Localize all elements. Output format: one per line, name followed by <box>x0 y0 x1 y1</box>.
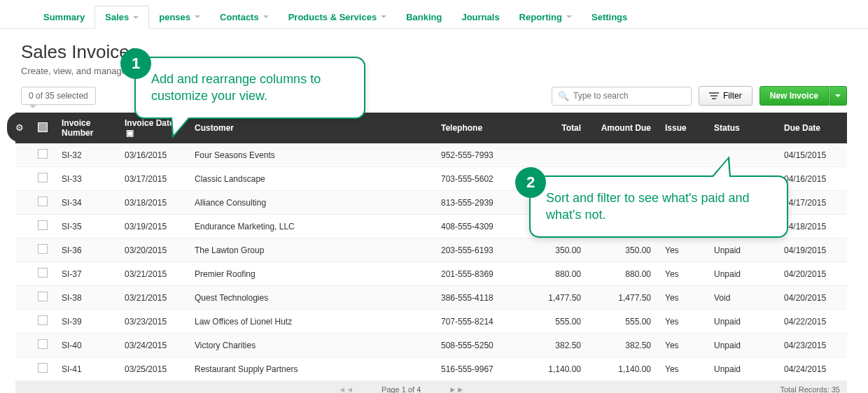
filter-button[interactable]: Filter <box>699 86 752 106</box>
col-amount-due[interactable]: Amount Due <box>588 113 658 143</box>
table-row[interactable]: SI-3903/23/2015Law Offices of Lionel Hut… <box>15 310 847 334</box>
cell-due-date: 04/20/2015 <box>777 286 847 310</box>
nav-tab-sales[interactable]: Sales <box>94 6 149 29</box>
cell-invoice-number: SI-40 <box>55 334 118 357</box>
cell-status: Void <box>707 286 777 310</box>
pager-prev[interactable]: ◄◄ <box>338 385 354 393</box>
row-checkbox[interactable] <box>38 339 48 349</box>
cell-status: Unpaid <box>707 334 777 357</box>
col-total[interactable]: Total <box>518 113 588 143</box>
col-due-date[interactable]: Due Date <box>777 113 847 143</box>
pager-text: Page 1 of 4 <box>382 385 421 393</box>
row-checkbox[interactable] <box>38 363 48 373</box>
callout-1-text: Add and rearrange columns to customize y… <box>151 71 349 105</box>
cell-issue: Yes <box>658 334 707 357</box>
cell-invoice-number: SI-37 <box>55 262 118 286</box>
table-row[interactable]: SI-4003/24/2015Victory Charities508-555-… <box>15 334 847 357</box>
chevron-down-icon <box>195 15 200 18</box>
cell-total: 555.00 <box>518 310 588 334</box>
filter-label: Filter <box>723 91 742 101</box>
cell-amount-due <box>588 143 658 167</box>
cell-amount-due: 350.00 <box>588 238 658 262</box>
table-row[interactable]: SI-4103/25/2015Restaurant Supply Partner… <box>15 357 847 381</box>
table-row[interactable]: SI-3803/21/2015Quest Technologies386-555… <box>15 286 847 310</box>
new-invoice-button[interactable]: New Invoice <box>760 86 829 106</box>
cell-invoice-number: SI-38 <box>55 286 118 310</box>
nav-tab-banking[interactable]: Banking <box>396 6 451 28</box>
cell-customer: Restaurant Supply Partners <box>188 357 434 381</box>
cell-status: Unpaid <box>707 357 777 381</box>
col-invoice-number[interactable]: Invoice Number <box>55 113 118 143</box>
cell-invoice-number: SI-32 <box>55 143 118 167</box>
row-checkbox[interactable] <box>38 292 48 301</box>
cell-issue: Yes <box>658 310 707 334</box>
cell-telephone: 201-555-8369 <box>434 262 518 286</box>
row-checkbox[interactable] <box>38 149 48 159</box>
row-checkbox[interactable] <box>38 244 48 254</box>
cell-total: 880.00 <box>518 262 588 286</box>
cell-amount-due: 555.00 <box>588 310 658 334</box>
search-icon: 🔍 <box>558 91 569 101</box>
cell-invoice-date: 03/21/2015 <box>118 286 188 310</box>
cell-customer: Alliance Consulting <box>188 191 434 215</box>
cell-customer: Classic Landscape <box>188 167 434 191</box>
cell-invoice-number: SI-39 <box>55 310 118 334</box>
new-invoice-group: New Invoice <box>760 86 847 106</box>
nav-tab-reporting[interactable]: Reporting <box>510 6 582 28</box>
cell-invoice-date: 03/21/2015 <box>118 262 188 286</box>
col-telephone[interactable]: Telephone <box>434 113 518 143</box>
nav-tab-contacts[interactable]: Contacts <box>210 6 279 28</box>
cell-invoice-number: SI-41 <box>55 357 118 381</box>
table-row[interactable]: SI-3703/21/2015Premier Roofing201-555-83… <box>15 262 847 286</box>
cell-amount-due: 1,140.00 <box>588 357 658 381</box>
col-status[interactable]: Status <box>707 113 777 143</box>
cell-total: 350.00 <box>518 238 588 262</box>
row-checkbox[interactable] <box>38 268 48 278</box>
cell-due-date: 04/22/2015 <box>777 310 847 334</box>
gear-icon: ⚙ <box>15 122 24 133</box>
callout-2-text: Sort and filter to see what's paid and w… <box>546 190 771 224</box>
search-input[interactable] <box>573 91 685 101</box>
callout-1: 1 Add and rearrange columns to customize… <box>134 57 365 119</box>
nav-tab-penses[interactable]: penses <box>149 6 210 28</box>
cell-invoice-number: SI-35 <box>55 215 118 238</box>
col-issue[interactable]: Issue <box>658 113 707 143</box>
table-row[interactable]: SI-3603/20/2015The Lawton Group203-555-6… <box>15 238 847 262</box>
cell-customer: The Lawton Group <box>188 238 434 262</box>
cell-amount-due: 1,477.50 <box>588 286 658 310</box>
nav-tab-settings[interactable]: Settings <box>582 6 637 28</box>
cell-telephone: 813-555-2939 <box>434 191 518 215</box>
column-settings-button[interactable]: ⚙ <box>7 113 32 142</box>
nav-tab-products-services[interactable]: Products & Services <box>279 6 396 28</box>
top-nav: SummarySalespensesContactsProducts & Ser… <box>0 0 868 29</box>
cell-invoice-date: 03/18/2015 <box>118 191 188 215</box>
callout-2: 2 Sort and filter to see what's paid and… <box>529 176 788 238</box>
chevron-down-icon <box>566 15 572 18</box>
row-checkbox[interactable] <box>38 196 48 206</box>
cell-telephone: 707-555-8214 <box>434 310 518 334</box>
cell-issue: Yes <box>658 262 707 286</box>
row-checkbox[interactable] <box>38 220 48 230</box>
cell-due-date: 04/23/2015 <box>777 334 847 357</box>
nav-tab-summary[interactable]: Summary <box>34 6 94 28</box>
search-box[interactable]: 🔍 <box>552 87 692 106</box>
cell-telephone: 508-555-5250 <box>434 334 518 357</box>
select-all-checkbox[interactable] <box>38 122 48 132</box>
cell-due-date: 04/15/2015 <box>777 143 847 167</box>
sort-icon: ▣ <box>126 128 134 138</box>
nav-tab-journals[interactable]: Journals <box>451 6 509 28</box>
cell-invoice-number: SI-36 <box>55 238 118 262</box>
cell-telephone: 408-555-4309 <box>434 215 518 238</box>
invoices-table: Invoice Number Invoice Date▣ Customer Te… <box>15 113 847 393</box>
cell-status: Unpaid <box>707 310 777 334</box>
cell-total <box>518 143 588 167</box>
cell-telephone: 203-555-6193 <box>434 238 518 262</box>
pager-next[interactable]: ►► <box>449 385 464 393</box>
row-checkbox[interactable] <box>38 173 48 183</box>
row-checkbox[interactable] <box>38 315 48 325</box>
callout-1-num: 1 <box>120 48 151 79</box>
cell-status: Unpaid <box>707 262 777 286</box>
callout-2-num: 2 <box>515 167 546 198</box>
new-invoice-caret[interactable] <box>829 86 847 106</box>
cell-total: 1,140.00 <box>518 357 588 381</box>
